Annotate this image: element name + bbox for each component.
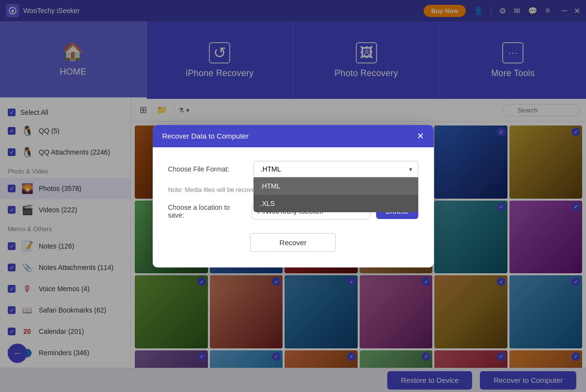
- file-format-label: Choose File Format:: [168, 165, 246, 173]
- modal-title: Recover Data to Computer: [162, 132, 249, 140]
- recover-data-modal: Recover Data to Computer ✕ Choose File F…: [153, 125, 434, 267]
- file-format-row: Choose File Format: .HTML .XLS ▾ .HTML .…: [168, 161, 418, 177]
- modal-overlay: Recover Data to Computer ✕ Choose File F…: [0, 0, 586, 392]
- modal-header: Recover Data to Computer ✕: [153, 125, 434, 147]
- format-option-html[interactable]: .HTML: [253, 177, 418, 195]
- dropdown-open-list: .HTML .XLS: [253, 177, 418, 212]
- location-label: Choose a location to save:: [168, 204, 246, 219]
- recover-btn-row: Recover: [168, 233, 418, 252]
- modal-close-button[interactable]: ✕: [417, 132, 424, 141]
- recover-button[interactable]: Recover: [250, 233, 336, 252]
- file-format-select[interactable]: .HTML .XLS: [253, 161, 418, 177]
- format-option-xls[interactable]: .XLS: [253, 195, 418, 212]
- modal-body: Choose File Format: .HTML .XLS ▾ .HTML .…: [153, 147, 434, 267]
- file-format-dropdown-wrapper: .HTML .XLS ▾ .HTML .XLS: [253, 161, 418, 177]
